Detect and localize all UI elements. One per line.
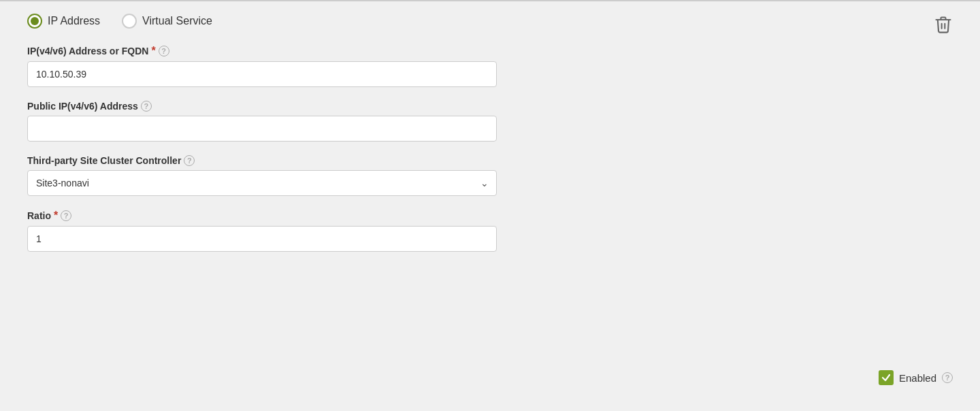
ratio-input[interactable] bbox=[27, 226, 497, 252]
radio-circle-ip bbox=[27, 14, 42, 29]
public-ip-help-icon[interactable]: ? bbox=[141, 101, 152, 112]
ip-help-icon[interactable]: ? bbox=[159, 46, 169, 56]
ratio-field-group: Ratio* ? bbox=[27, 210, 497, 252]
ratio-required-star: * bbox=[54, 210, 58, 222]
radio-ip-address[interactable]: IP Address bbox=[27, 14, 100, 29]
ip-address-input[interactable] bbox=[27, 61, 497, 87]
public-ip-input[interactable] bbox=[27, 116, 497, 142]
enabled-help-icon[interactable]: ? bbox=[942, 372, 953, 383]
radio-label-vs: Virtual Service bbox=[142, 15, 212, 27]
enabled-label: Enabled bbox=[899, 372, 936, 384]
radio-group: IP Address Virtual Service bbox=[27, 14, 953, 29]
form-container: IP Address Virtual Service IP(v4/v6) Add… bbox=[0, 0, 980, 411]
public-ip-field-group: Public IP(v4/v6) Address ? bbox=[27, 101, 497, 142]
cluster-select-value: Site3-nonavi bbox=[36, 178, 89, 188]
ip-address-label: IP(v4/v6) Address or FQDN * ? bbox=[27, 45, 497, 57]
ratio-help-icon[interactable]: ? bbox=[61, 210, 71, 221]
enabled-row: Enabled ? bbox=[879, 370, 953, 385]
radio-virtual-service[interactable]: Virtual Service bbox=[122, 14, 212, 29]
ratio-label: Ratio* ? bbox=[27, 210, 497, 222]
cluster-help-icon[interactable]: ? bbox=[184, 155, 195, 166]
cluster-controller-field-group: Third-party Site Cluster Controller ? Si… bbox=[27, 155, 497, 196]
cluster-select-wrapper: Site3-nonavi ⌄ bbox=[27, 170, 497, 196]
radio-label-ip: IP Address bbox=[48, 15, 100, 27]
delete-button[interactable] bbox=[934, 15, 953, 36]
public-ip-label: Public IP(v4/v6) Address ? bbox=[27, 101, 497, 112]
radio-circle-vs bbox=[122, 14, 137, 29]
trash-icon bbox=[934, 15, 953, 34]
ip-required-star: * bbox=[151, 45, 155, 57]
ip-address-field-group: IP(v4/v6) Address or FQDN * ? bbox=[27, 45, 497, 87]
checkmark-icon bbox=[881, 373, 891, 382]
enabled-checkbox[interactable] bbox=[879, 370, 894, 385]
cluster-select[interactable]: Site3-nonavi bbox=[27, 170, 497, 196]
cluster-controller-label: Third-party Site Cluster Controller ? bbox=[27, 155, 497, 166]
